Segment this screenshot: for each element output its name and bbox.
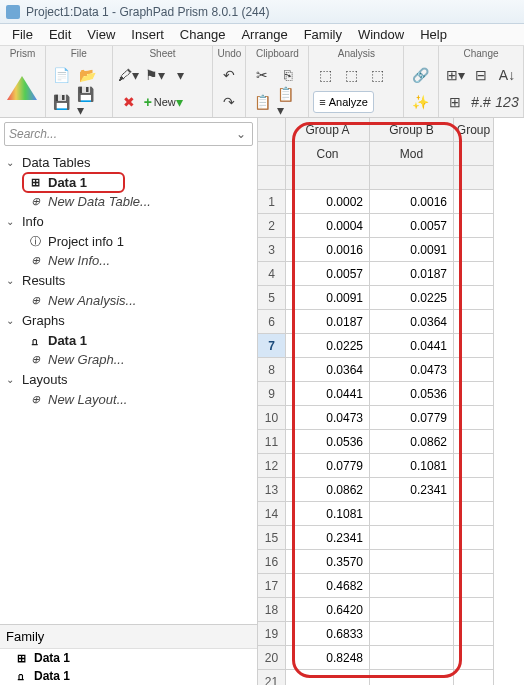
grid-cell[interactable]: 0.0002	[286, 190, 370, 214]
row-header[interactable]: 6	[258, 310, 286, 334]
grid-cell[interactable]: 0.0779	[286, 454, 370, 478]
column-group-header[interactable]: Group B	[370, 118, 454, 142]
row-header[interactable]: 1	[258, 190, 286, 214]
redo-button[interactable]: ↷	[217, 91, 241, 113]
grid-cell[interactable]	[454, 478, 494, 502]
grid-cell[interactable]	[454, 334, 494, 358]
tree-item[interactable]: ⊕New Analysis...	[2, 291, 255, 310]
tree-item[interactable]: ⊕New Data Table...	[2, 192, 255, 211]
family-item[interactable]: ⊞Data 1	[0, 649, 257, 667]
grid-cell[interactable]	[454, 238, 494, 262]
tree-item[interactable]: ⊕New Info...	[2, 251, 255, 270]
tree-item[interactable]: ⓘProject info 1	[2, 232, 255, 251]
grid-cell[interactable]	[454, 262, 494, 286]
menu-edit[interactable]: Edit	[41, 25, 79, 44]
menu-family[interactable]: Family	[296, 25, 350, 44]
grid-cell[interactable]	[370, 502, 454, 526]
data-grid[interactable]: Group AGroup BGroupConMod10.00020.001620…	[258, 118, 524, 685]
search-input[interactable]: Search...	[4, 122, 253, 146]
grid-cell[interactable]: 0.8248	[286, 646, 370, 670]
grid-cell[interactable]	[454, 382, 494, 406]
number-format-button[interactable]: 123	[495, 91, 519, 113]
grid-cell[interactable]: 0.6420	[286, 598, 370, 622]
grid-cell[interactable]	[454, 406, 494, 430]
grid-cell[interactable]	[370, 598, 454, 622]
tree-section-graphs[interactable]: ⌄Graphs	[2, 310, 255, 331]
sort-button[interactable]: A↓	[495, 64, 519, 86]
tree-section-layouts[interactable]: ⌄Layouts	[2, 369, 255, 390]
copy-button[interactable]: ⎘	[276, 64, 300, 86]
row-header[interactable]: 13	[258, 478, 286, 502]
decimals-button[interactable]: #.#	[469, 91, 493, 113]
tree-section-info[interactable]: ⌄Info	[2, 211, 255, 232]
row-header[interactable]: 21	[258, 670, 286, 685]
tree-item[interactable]: ⊕New Graph...	[2, 350, 255, 369]
tree-section-results[interactable]: ⌄Results	[2, 270, 255, 291]
tree-item[interactable]: ⊕New Layout...	[2, 390, 255, 409]
row-header[interactable]: 12	[258, 454, 286, 478]
paste-special-button[interactable]: 📋▾	[276, 91, 300, 113]
grid-cell[interactable]	[454, 358, 494, 382]
grid-cell[interactable]: 0.0091	[370, 238, 454, 262]
grid-cell[interactable]: 0.0536	[286, 430, 370, 454]
grid-cell[interactable]	[454, 214, 494, 238]
column-name-header[interactable]: Mod	[370, 142, 454, 166]
grid-cell[interactable]: 0.0441	[370, 334, 454, 358]
grid-cell[interactable]	[370, 646, 454, 670]
grid-cell[interactable]: 0.0091	[286, 286, 370, 310]
cells-button[interactable]: ⊟	[469, 64, 493, 86]
grid-cell[interactable]: 0.3570	[286, 550, 370, 574]
row-header[interactable]: 20	[258, 646, 286, 670]
grid-cell[interactable]	[454, 502, 494, 526]
row-header[interactable]: 10	[258, 406, 286, 430]
menu-help[interactable]: Help	[412, 25, 455, 44]
new-file-button[interactable]: 📄	[50, 64, 74, 86]
row-header[interactable]: 17	[258, 574, 286, 598]
row-header[interactable]: 15	[258, 526, 286, 550]
open-button[interactable]: 📂	[76, 64, 100, 86]
paste-button[interactable]: 📋	[250, 91, 274, 113]
rows-button[interactable]: ⊞	[443, 91, 467, 113]
column-group-header[interactable]: Group A	[286, 118, 370, 142]
grid-cell[interactable]: 0.0225	[370, 286, 454, 310]
grid-cell[interactable]: 0.0364	[286, 358, 370, 382]
grid-cell[interactable]: 0.0536	[370, 382, 454, 406]
analysis-b-button[interactable]: ⬚	[339, 64, 363, 86]
grid-cell[interactable]: 0.0862	[370, 430, 454, 454]
family-item[interactable]: ⩍Data 1	[0, 667, 257, 685]
cut-button[interactable]: ✂	[250, 64, 274, 86]
grid-cell[interactable]	[454, 286, 494, 310]
grid-cell[interactable]: 0.0016	[286, 238, 370, 262]
grid-cell[interactable]	[454, 646, 494, 670]
tree-section-data-tables[interactable]: ⌄Data Tables	[2, 152, 255, 173]
table-format-button[interactable]: ⊞▾	[443, 64, 467, 86]
grid-cell[interactable]: 0.2341	[286, 526, 370, 550]
wand-button[interactable]: ✨	[408, 91, 432, 113]
menu-insert[interactable]: Insert	[123, 25, 172, 44]
grid-cell[interactable]: 0.0364	[370, 310, 454, 334]
grid-cell[interactable]: 0.0004	[286, 214, 370, 238]
delete-sheet-button[interactable]: ✖	[117, 91, 141, 113]
grid-cell[interactable]	[454, 598, 494, 622]
grid-cell[interactable]	[454, 190, 494, 214]
menu-change[interactable]: Change	[172, 25, 234, 44]
grid-cell[interactable]: 0.6833	[286, 622, 370, 646]
grid-cell[interactable]	[454, 310, 494, 334]
row-header[interactable]: 8	[258, 358, 286, 382]
row-header[interactable]: 4	[258, 262, 286, 286]
row-header[interactable]: 7	[258, 334, 286, 358]
grid-cell[interactable]: 0.0187	[370, 262, 454, 286]
grid-cell[interactable]	[454, 430, 494, 454]
grid-cell[interactable]: 0.0473	[370, 358, 454, 382]
menu-arrange[interactable]: Arrange	[233, 25, 295, 44]
grid-cell[interactable]	[454, 550, 494, 574]
grid-cell[interactable]: 0.0057	[286, 262, 370, 286]
analysis-a-button[interactable]: ⬚	[313, 64, 337, 86]
menu-view[interactable]: View	[79, 25, 123, 44]
grid-cell[interactable]: 0.0016	[370, 190, 454, 214]
link-button[interactable]: 🔗	[408, 64, 432, 86]
grid-cell[interactable]: 0.4682	[286, 574, 370, 598]
grid-cell[interactable]	[370, 670, 454, 685]
column-group-header[interactable]: Group	[454, 118, 494, 142]
new-sheet-button[interactable]: +New▾	[143, 91, 184, 113]
